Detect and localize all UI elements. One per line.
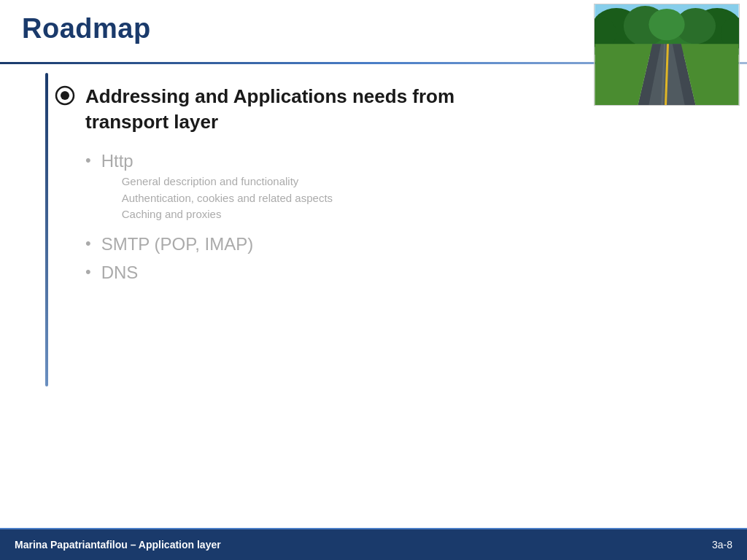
sub-sub-item: Caching and proxies [122, 206, 333, 223]
footer-right-text: 3a-8 [712, 539, 732, 551]
footer: Marina Papatriantafilou – Application la… [0, 529, 747, 560]
sub-sub-item: General description and functionality [122, 174, 333, 190]
svg-point-8 [649, 9, 684, 40]
svg-point-17 [61, 91, 69, 100]
sub-items-list: • Http General description and functiona… [85, 149, 725, 284]
active-bullet-text: Addressing and Applications needs from t… [85, 84, 454, 135]
slide-title: Roadmap [22, 13, 151, 44]
sub-sub-item: Authentication, cookies and related aspe… [122, 190, 333, 207]
footer-left-text: Marina Papatriantafilou – Application la… [15, 539, 221, 551]
radio-icon [55, 85, 75, 106]
sub-item-label: SMTP (POP, IMAP) [101, 233, 254, 255]
left-accent-line [45, 73, 48, 386]
list-item: • Http General description and functiona… [85, 149, 725, 227]
list-item: • DNS [85, 261, 725, 284]
bullet-dot: • [85, 262, 91, 281]
bullet-dot: • [85, 151, 91, 170]
content-area: Addressing and Applications needs from t… [55, 73, 725, 289]
sub-sub-items: General description and functionality Au… [122, 174, 333, 223]
sub-item-label: DNS [101, 261, 139, 284]
sub-item-label: Http [101, 149, 333, 172]
list-item: • SMTP (POP, IMAP) [85, 233, 725, 255]
bullet-dot: • [85, 234, 91, 253]
active-bullet-row: Addressing and Applications needs from t… [55, 84, 725, 135]
